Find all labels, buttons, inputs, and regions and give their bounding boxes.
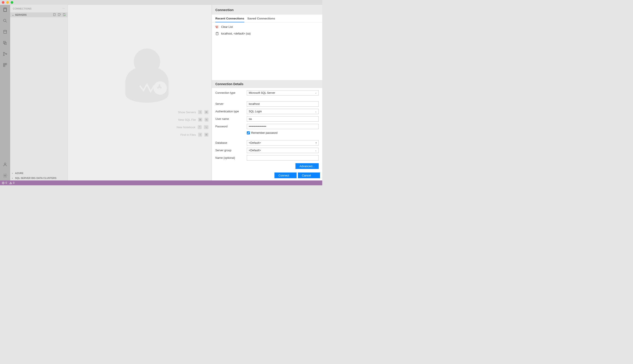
sidebar-section-servers[interactable]: ⌄ SERVERS [10,12,68,17]
shortcut-key: ⌘ [198,118,202,122]
database-value: <Default> [249,141,261,144]
shortcut-show-servers: Show Servers ⇧ ⌘ [178,110,208,114]
svg-rect-13 [4,65,5,66]
new-connection-icon[interactable] [53,13,56,16]
svg-point-20 [65,15,66,16]
status-bar: 0 0 [0,180,322,185]
username-label: User name [215,118,245,120]
shortcut-key: ⌥ [204,125,208,129]
svg-rect-11 [4,64,5,65]
status-warnings[interactable]: 0 [9,181,15,184]
shortcut-key: ^ [198,125,202,129]
activity-settings-icon[interactable] [2,172,8,179]
new-group-icon[interactable] [58,13,61,16]
minimize-window-button[interactable] [6,1,9,4]
chevron-down-icon: ⌄ [315,110,317,112]
advanced-button[interactable]: Advanced... [295,163,319,169]
database-select[interactable]: <Default> ▾ [247,140,319,146]
shortcut-find-in-files: Find in Files ⇧ ⌘ [180,133,208,137]
status-warnings-count: 0 [13,181,15,184]
watermark-logo [123,46,171,104]
clear-list-icon [215,25,219,29]
servergroup-select[interactable]: <Default> ⌄ [247,148,319,153]
svg-line-3 [6,22,7,22]
name-label: Name (optional) [215,156,245,160]
close-window-button[interactable] [2,1,5,4]
shortcut-new-notebook: New Notebook ^ ⌥ [177,125,208,129]
svg-rect-16 [54,14,55,16]
server-input[interactable] [247,101,319,106]
chevron-right-icon: › [12,172,14,174]
name-input[interactable] [247,155,319,160]
editor-area: Show Servers ⇧ ⌘ New SQL File ⌘ N New No… [68,5,212,180]
maximize-window-button[interactable] [11,1,13,4]
svg-point-32 [11,183,11,184]
activity-bar [0,5,10,180]
sidebar-title-row: CONNECTIONS ⋯ [10,5,68,12]
shortcut-key: ⌘ [204,110,208,114]
svg-point-9 [3,54,5,56]
chevron-right-icon: › [12,177,14,179]
activity-search-icon[interactable] [2,18,8,24]
svg-rect-4 [4,30,7,34]
shortcut-label: New SQL File [178,118,196,122]
auth-type-select[interactable]: SQL Login ⌄ [247,109,319,114]
bigdata-label: SQL SERVER BIG DATA CLUSTERS [15,177,57,179]
svg-point-8 [3,52,5,53]
connect-button[interactable]: Connect [274,172,296,178]
tab-recent-connections[interactable]: Recent Connections [215,17,244,22]
cancel-button[interactable]: Cancel [298,172,320,178]
servergroup-value: <Default> [249,149,261,152]
chevron-down-icon: ⌄ [12,14,14,16]
database-label: Database [215,141,245,144]
server-label: Server [215,102,245,106]
connection-form: Connection type Microsoft SQL Server ⌄ S… [212,88,322,162]
shortcut-label: Show Servers [178,110,196,114]
tab-saved-connections[interactable]: Saved Connections [247,17,275,22]
caret-down-icon: ▾ [315,142,317,144]
servergroup-label: Server group [215,149,245,152]
password-label: Password [215,125,245,128]
connection-panel-title: Connection [212,5,322,14]
remember-password-checkbox[interactable] [247,131,250,134]
remember-password-label: Remember password [251,131,277,134]
clear-list-button[interactable]: Clear List [215,24,319,30]
connection-details-title: Connection Details [212,80,322,88]
svg-point-2 [4,19,6,22]
shortcut-label: Find in Files [180,133,196,136]
activity-source-control-icon[interactable] [2,51,8,57]
activity-connections-icon[interactable] [2,7,8,13]
connection-type-value: Microsoft SQL Server [249,91,275,94]
status-errors-count: 0 [6,181,7,184]
sidebar-title: CONNECTIONS [13,7,32,10]
activity-extensions-icon[interactable] [2,62,8,68]
server-icon [215,32,219,36]
window-titlebar [0,0,322,5]
azure-label: AZURE [15,172,24,174]
activity-explorer-icon[interactable] [2,40,8,46]
activity-account-icon[interactable] [2,162,8,168]
password-input[interactable] [247,124,319,129]
shortcut-new-sql: New SQL File ⌘ N [178,118,208,122]
shortcut-key: ⇧ [198,133,202,137]
connection-panel: Connection Recent Connections Saved Conn… [212,5,322,180]
chevron-down-icon: ⌄ [315,92,317,94]
recent-connection-item[interactable]: localhost, <default> (sa) [215,31,319,36]
shortcut-key: ⌘ [204,133,208,137]
recent-connections-list: Clear List localhost, <default> (sa) [212,22,322,38]
username-input[interactable] [247,116,319,122]
new-server-icon[interactable] [63,13,66,16]
sidebar-more-icon[interactable]: ⋯ [62,7,65,10]
activity-notebooks-icon[interactable] [2,29,8,35]
status-errors[interactable]: 0 [2,181,7,184]
welcome-shortcuts: Show Servers ⇧ ⌘ New SQL File ⌘ N New No… [177,110,208,137]
svg-rect-26 [216,32,218,35]
connection-type-select[interactable]: Microsoft SQL Server ⌄ [247,90,319,96]
auth-type-value: SQL Login [249,110,262,113]
connection-footer: Connect Cancel [212,171,322,180]
connection-type-label: Connection type [215,91,245,94]
sidebar-section-azure[interactable]: › AZURE [10,171,68,176]
sidebar-section-bigdata[interactable]: › SQL SERVER BIG DATA CLUSTERS [10,176,68,180]
clear-list-label: Clear List [221,26,233,28]
shortcut-key: N [204,118,208,122]
